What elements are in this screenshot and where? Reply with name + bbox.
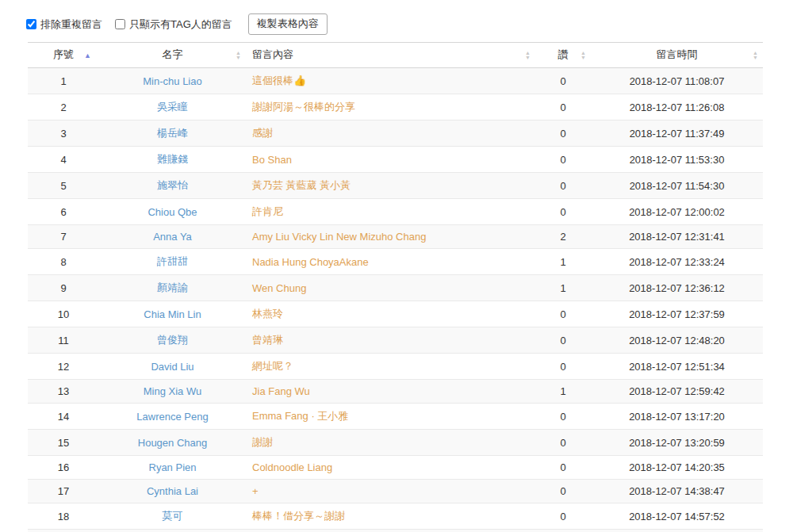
row-number: 8 bbox=[28, 249, 99, 275]
table-row: 15Hougen Chang謝謝02018-12-07 13:20:59 bbox=[28, 430, 763, 456]
comment-text: Wen Chung bbox=[246, 275, 535, 301]
row-number: 2 bbox=[28, 94, 99, 121]
comment-text: 這個很棒👍 bbox=[246, 68, 535, 94]
column-header-comment[interactable]: 留言內容 ▲▼ bbox=[246, 43, 535, 68]
comments-table-container: 序號 ▲ 名字 ▲▼ 留言內容 ▲▼ 讚 ▲▼ 留言時間 ▲▼ bbox=[28, 42, 793, 532]
like-count: 1 bbox=[535, 380, 591, 404]
column-header-comment-label: 留言內容 bbox=[252, 48, 293, 60]
table-row: 17Cynthia Lai+02018-12-07 14:38:47 bbox=[28, 480, 763, 503]
like-count: 0 bbox=[535, 480, 591, 503]
row-number: 13 bbox=[28, 380, 99, 404]
comment-text: Coldnoodle Liang bbox=[246, 456, 535, 480]
commenter-name-link[interactable]: Lawrence Peng bbox=[99, 404, 246, 430]
table-row: 11曾俊翔曾靖琳02018-12-07 12:48:20 bbox=[28, 327, 763, 354]
like-count: 0 bbox=[535, 430, 591, 456]
commenter-name-link[interactable]: Anna Ya bbox=[99, 225, 246, 249]
commenter-name-link[interactable]: Ming Xia Wu bbox=[99, 380, 246, 404]
row-number: 9 bbox=[28, 275, 99, 301]
comment-time: 2018-12-07 12:33:24 bbox=[591, 249, 763, 275]
exclude-duplicates-option[interactable]: 排除重複留言 bbox=[26, 17, 102, 32]
sort-icon: ▲▼ bbox=[753, 51, 758, 60]
commenter-name-link[interactable]: Chiou Qbe bbox=[99, 199, 246, 225]
commenter-name-link[interactable]: Chia Min Lin bbox=[99, 301, 246, 327]
toolbar: 排除重複留言 只顯示有TAG人的留言 複製表格內容 bbox=[0, 0, 793, 35]
commenter-name-link[interactable]: 莫可 bbox=[99, 503, 246, 530]
comment-text: Emma Fang · 王小雅 bbox=[246, 404, 535, 430]
comment-time: 2018-12-07 12:36:12 bbox=[591, 275, 763, 301]
like-count: 0 bbox=[535, 199, 591, 225]
row-number: 6 bbox=[28, 199, 99, 225]
table-row: 3楊岳峰感謝02018-12-07 11:37:49 bbox=[28, 121, 763, 147]
commenter-name-link[interactable]: Min-chu Liao bbox=[99, 68, 246, 94]
comments-table-body: 1Min-chu Liao這個很棒👍02018-12-07 11:08:072吳… bbox=[28, 68, 763, 532]
like-count: 1 bbox=[535, 275, 591, 301]
like-count: 0 bbox=[535, 173, 591, 199]
comment-time: 2018-12-07 12:48:20 bbox=[591, 327, 763, 354]
row-number: 11 bbox=[28, 327, 99, 354]
comment-time: 2018-12-07 12:31:41 bbox=[591, 225, 763, 249]
commenter-name-link[interactable]: David Liu bbox=[99, 354, 246, 380]
exclude-duplicates-label: 排除重複留言 bbox=[40, 17, 102, 32]
table-row: 4難賺錢Bo Shan02018-12-07 11:53:30 bbox=[28, 147, 763, 173]
row-number: 12 bbox=[28, 354, 99, 380]
comment-text: 謝謝 bbox=[246, 430, 535, 456]
table-row: 14Lawrence PengEmma Fang · 王小雅02018-12-0… bbox=[28, 404, 763, 430]
comment-time: 2018-12-07 15:14:31 bbox=[591, 530, 763, 532]
show-tagged-only-checkbox[interactable] bbox=[115, 19, 125, 29]
table-header-row: 序號 ▲ 名字 ▲▼ 留言內容 ▲▼ 讚 ▲▼ 留言時間 ▲▼ bbox=[28, 43, 763, 68]
table-row: 16Ryan PienColdnoodle Liang02018-12-07 1… bbox=[28, 456, 763, 480]
like-count: 0 bbox=[535, 94, 591, 121]
comment-time: 2018-12-07 14:38:47 bbox=[591, 480, 763, 503]
comment-text: 棒棒！借分享～謝謝 bbox=[246, 503, 535, 530]
comment-text: Amy Liu Vicky Lin New Mizuho Chang bbox=[246, 225, 535, 249]
like-count: 0 bbox=[535, 404, 591, 430]
comment-text: 感謝分享😆😆 bbox=[246, 530, 535, 532]
copy-table-button[interactable]: 複製表格內容 bbox=[248, 13, 328, 35]
commenter-name-link[interactable]: 難賺錢 bbox=[99, 147, 246, 173]
commenter-name-link[interactable]: 楊岳峰 bbox=[99, 121, 246, 147]
show-tagged-only-label: 只顯示有TAG人的留言 bbox=[129, 17, 232, 32]
like-count: 0 bbox=[535, 147, 591, 173]
commenter-name-link[interactable]: Chen Siouxiang bbox=[99, 530, 246, 532]
comment-time: 2018-12-07 13:20:59 bbox=[591, 430, 763, 456]
commenter-name-link[interactable]: Cynthia Lai bbox=[99, 480, 246, 503]
like-count: 0 bbox=[535, 503, 591, 530]
commenter-name-link[interactable]: Ryan Pien bbox=[99, 456, 246, 480]
column-header-time[interactable]: 留言時間 ▲▼ bbox=[591, 43, 763, 68]
comment-text: 感謝 bbox=[246, 121, 535, 147]
row-number: 5 bbox=[28, 173, 99, 199]
column-header-name-label: 名字 bbox=[163, 48, 183, 60]
table-row: 8許甜甜Nadia Hung ChoyaAkane12018-12-07 12:… bbox=[28, 249, 763, 275]
column-header-likes[interactable]: 讚 ▲▼ bbox=[535, 43, 591, 68]
comment-time: 2018-12-07 12:37:59 bbox=[591, 301, 763, 327]
table-row: 13Ming Xia WuJia Fang Wu12018-12-07 12:5… bbox=[28, 380, 763, 404]
comment-time: 2018-12-07 11:53:30 bbox=[591, 147, 763, 173]
comment-text: 許肯尼 bbox=[246, 199, 535, 225]
table-row: 1Min-chu Liao這個很棒👍02018-12-07 11:08:07 bbox=[28, 68, 763, 94]
comments-table: 序號 ▲ 名字 ▲▼ 留言內容 ▲▼ 讚 ▲▼ 留言時間 ▲▼ bbox=[28, 42, 763, 532]
commenter-name-link[interactable]: 吳采瞳 bbox=[99, 94, 246, 121]
comment-time: 2018-12-07 11:08:07 bbox=[591, 68, 763, 94]
comment-time: 2018-12-07 14:57:52 bbox=[591, 503, 763, 530]
sort-icon: ▲▼ bbox=[525, 51, 531, 60]
column-header-number-label: 序號 bbox=[53, 48, 74, 60]
commenter-name-link[interactable]: 顏靖諭 bbox=[99, 275, 246, 301]
like-count: 0 bbox=[535, 121, 591, 147]
table-row: 5施翠怡黃乃芸 黃藍葳 黃小黃02018-12-07 11:54:30 bbox=[28, 173, 763, 199]
show-tagged-only-option[interactable]: 只顯示有TAG人的留言 bbox=[115, 17, 232, 32]
row-number: 14 bbox=[28, 404, 99, 430]
table-row: 18莫可棒棒！借分享～謝謝02018-12-07 14:57:52 bbox=[28, 503, 763, 530]
like-count: 0 bbox=[535, 68, 591, 94]
exclude-duplicates-checkbox[interactable] bbox=[26, 19, 36, 29]
commenter-name-link[interactable]: 許甜甜 bbox=[99, 249, 246, 275]
table-row: 12David Liu網址呢？02018-12-07 12:51:34 bbox=[28, 354, 763, 380]
commenter-name-link[interactable]: 曾俊翔 bbox=[99, 327, 246, 354]
commenter-name-link[interactable]: Hougen Chang bbox=[99, 430, 246, 456]
comment-time: 2018-12-07 12:51:34 bbox=[591, 354, 763, 380]
table-row: 9顏靖諭Wen Chung12018-12-07 12:36:12 bbox=[28, 275, 763, 301]
column-header-name[interactable]: 名字 ▲▼ bbox=[99, 43, 246, 68]
table-row: 6Chiou Qbe許肯尼02018-12-07 12:00:02 bbox=[28, 199, 763, 225]
commenter-name-link[interactable]: 施翠怡 bbox=[99, 173, 246, 199]
column-header-number[interactable]: 序號 ▲ bbox=[28, 43, 99, 68]
like-count: 0 bbox=[535, 530, 591, 532]
